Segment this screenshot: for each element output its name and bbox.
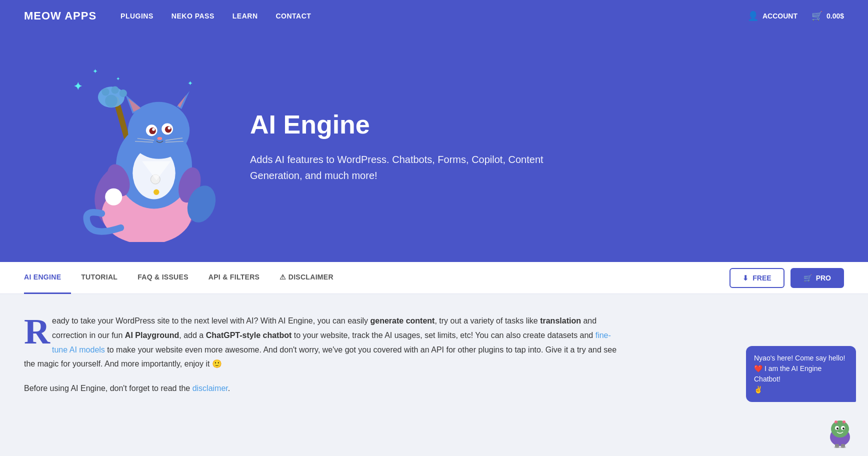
header: MEOW APPS PLUGINS NEKO PASS LEARN CONTAC… [0, 0, 868, 32]
hero-mascot: ✦ ✦ ✦ ✦ [40, 52, 230, 242]
hero-section: ✦ ✦ ✦ ✦ [0, 32, 868, 262]
svg-point-8 [120, 90, 127, 97]
svg-point-9 [105, 95, 118, 108]
hero-title: AI Engine [250, 110, 844, 139]
tab-api-filters[interactable]: API & FILTERS [198, 262, 270, 294]
intro-text-mid3: , add a [179, 331, 206, 340]
svg-text:✦: ✦ [92, 68, 98, 75]
disclaimer-text-end: . [228, 384, 230, 392]
svg-point-40 [836, 428, 838, 430]
nav-learn[interactable]: LEARN [232, 12, 258, 20]
intro-text-mid4: to your website, track the AI usages, se… [292, 331, 595, 340]
svg-point-23 [152, 128, 155, 131]
svg-point-41 [842, 428, 844, 430]
intro-paragraph: R eady to take your WordPress site to th… [24, 314, 624, 372]
header-right: 👤 ACCOUNT 🛒 0.00$ [748, 10, 844, 22]
svg-point-6 [102, 88, 110, 96]
tab-faq-issues[interactable]: FAQ & ISSUES [128, 262, 198, 294]
tabs-actions: ⬇ FREE 🛒 PRO [730, 268, 844, 288]
svg-point-24 [168, 126, 171, 130]
nav-plugins[interactable]: PLUGINS [120, 12, 154, 20]
drop-cap-letter: R [24, 318, 50, 345]
content-body: R eady to take your WordPress site to th… [24, 314, 624, 396]
svg-point-31 [154, 190, 159, 195]
chat-widget: Nyao's here! Come say hello! ❤️ I am the… [746, 346, 856, 406]
chat-line3: ✌️ [754, 384, 848, 395]
disclaimer-link[interactable]: disclaimer [192, 384, 228, 392]
site-logo[interactable]: MEOW APPS [24, 10, 96, 22]
pro-button[interactable]: 🛒 PRO [790, 268, 844, 288]
hero-subtitle: Adds AI features to WordPress. Chatbots,… [250, 152, 550, 184]
svg-text:✦: ✦ [116, 76, 120, 82]
chat-line2: ❤️ I am the AI Engine Chatbot! [754, 364, 848, 384]
cart-icon: 🛒 [812, 10, 822, 22]
cart-link[interactable]: 🛒 0.00$ [812, 10, 844, 22]
free-button[interactable]: ⬇ FREE [730, 268, 784, 288]
svg-point-25 [158, 137, 162, 140]
cart-btn-icon: 🛒 [804, 274, 812, 282]
mascot-illustration: ✦ ✦ ✦ ✦ [50, 52, 220, 242]
chat-bubble[interactable]: Nyao's here! Come say hello! ❤️ I am the… [746, 346, 856, 402]
hero-content: AI Engine Adds AI features to WordPress.… [230, 110, 844, 183]
account-icon: 👤 [748, 10, 758, 22]
tab-ai-engine[interactable]: AI ENGINE [24, 262, 71, 294]
download-icon: ⬇ [742, 274, 748, 282]
chat-mascot-icon[interactable] [824, 416, 856, 444]
svg-point-7 [112, 86, 119, 94]
intro-text-pre: eady to take your WordPress site to the … [52, 316, 370, 325]
account-label: ACCOUNT [762, 12, 798, 20]
account-link[interactable]: 👤 ACCOUNT [748, 10, 798, 22]
generate-content-bold: generate content [370, 316, 434, 325]
svg-text:✦: ✦ [74, 80, 82, 92]
intro-text-end: to make your website even more awesome. … [24, 346, 616, 368]
chat-line1: Nyao's here! Come say hello! [754, 353, 848, 364]
main-nav: PLUGINS NEKO PASS LEARN CONTACT [120, 12, 748, 20]
translation-bold: translation [540, 316, 581, 325]
nav-contact[interactable]: CONTACT [276, 12, 312, 20]
svg-point-33 [105, 188, 122, 206]
svg-point-37 [831, 420, 849, 438]
cart-amount: 0.00$ [826, 12, 844, 20]
tabs-bar: AI ENGINE TUTORIAL FAQ & ISSUES API & FI… [0, 262, 868, 294]
disclaimer-paragraph: Before using AI Engine, don't forget to … [24, 382, 624, 396]
ai-playground-bold: AI Playground [125, 331, 179, 340]
tab-disclaimer[interactable]: ⚠ DISCLAIMER [270, 262, 344, 294]
main-content: R eady to take your WordPress site to th… [0, 294, 868, 444]
nav-neko-pass[interactable]: NEKO PASS [172, 12, 214, 20]
svg-text:✦: ✦ [188, 80, 193, 87]
chatbot-bold: ChatGPT-style chatbot [206, 331, 292, 340]
disclaimer-text-pre: Before using AI Engine, don't forget to … [24, 384, 192, 392]
tab-tutorial[interactable]: TUTORIAL [71, 262, 128, 294]
intro-text-mid1: , try out a variety of tasks like [434, 316, 540, 325]
